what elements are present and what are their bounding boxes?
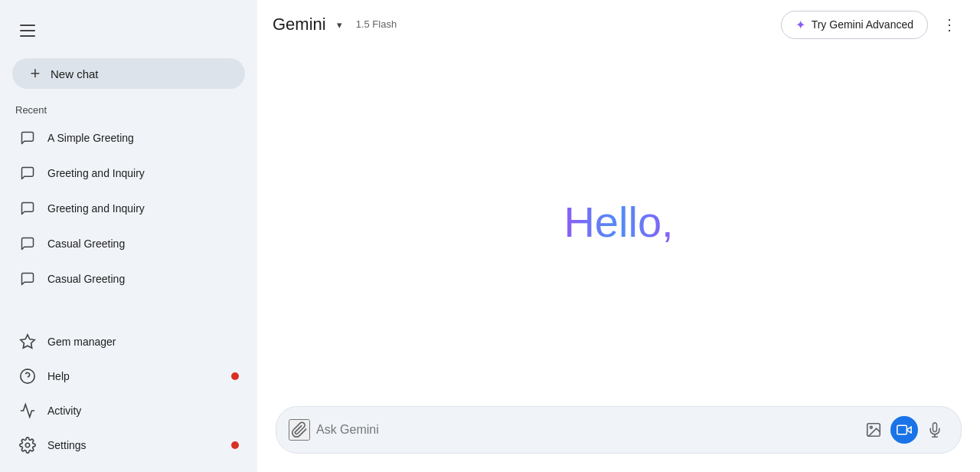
notification-badge	[231, 372, 239, 380]
chat-icon	[18, 199, 37, 218]
menu-button[interactable]	[12, 15, 43, 46]
camera-button[interactable]	[890, 416, 918, 444]
topbar-right: ✦ Try Gemini Advanced ⋮	[781, 9, 965, 40]
input-box	[276, 406, 962, 454]
sidebar-item-label: Settings	[47, 439, 87, 451]
sidebar-header	[0, 9, 257, 58]
list-item-label: Casual Greeting	[47, 273, 125, 285]
input-area	[257, 394, 980, 472]
sidebar-item-help[interactable]: Help	[6, 359, 251, 393]
list-item-label: Casual Greeting	[47, 238, 125, 250]
greeting-text: Hello,	[564, 197, 673, 247]
attach-button[interactable]	[289, 419, 310, 441]
app-name: Gemini	[273, 15, 326, 34]
plus-icon: +	[28, 66, 43, 81]
chat-icon	[18, 164, 37, 182]
sidebar-item-label: Activity	[47, 405, 81, 417]
list-item[interactable]: Casual Greeting	[6, 227, 251, 261]
svg-marker-0	[21, 335, 34, 348]
try-advanced-button[interactable]: ✦ Try Gemini Advanced	[781, 11, 928, 39]
list-item-label: Greeting and Inquiry	[47, 167, 145, 179]
sidebar: + New chat Recent A Simple Greeting Gree…	[0, 0, 257, 472]
ask-gemini-input[interactable]	[316, 423, 854, 437]
list-item[interactable]: A Simple Greeting	[6, 121, 251, 155]
notification-badge	[231, 441, 239, 449]
settings-icon	[18, 436, 37, 454]
main-content: Gemini ▾ 1.5 Flash ✦ Try Gemini Advanced…	[257, 0, 980, 472]
chat-icon	[18, 270, 37, 288]
input-right-icons	[860, 416, 949, 444]
gem-icon	[18, 333, 37, 351]
svg-point-3	[25, 443, 30, 447]
model-version-label: 1.5 Flash	[353, 18, 397, 30]
chat-icon	[18, 234, 37, 253]
sidebar-item-settings[interactable]: Settings	[6, 428, 251, 462]
spark-icon: ✦	[795, 18, 805, 32]
svg-point-1	[21, 369, 34, 383]
image-upload-button[interactable]	[860, 416, 887, 444]
sidebar-item-label: Help	[47, 370, 70, 382]
model-selector-button[interactable]: ▾	[331, 16, 348, 34]
hamburger-icon	[20, 25, 35, 37]
list-item[interactable]: Greeting and Inquiry	[6, 156, 251, 190]
help-icon	[18, 367, 37, 385]
more-options-button[interactable]: ⋮	[934, 9, 965, 40]
list-item-label: A Simple Greeting	[47, 132, 134, 144]
list-item[interactable]: Casual Greeting	[6, 262, 251, 296]
microphone-button[interactable]	[921, 416, 949, 444]
new-chat-button[interactable]: + New chat	[12, 58, 245, 89]
recent-section-label: Recent	[0, 95, 257, 120]
greeting-area: Hello,	[257, 49, 980, 394]
more-icon: ⋮	[942, 15, 957, 34]
gemini-title-area: Gemini ▾ 1.5 Flash	[273, 15, 397, 34]
chevron-down-icon: ▾	[337, 19, 342, 31]
sidebar-item-gem-manager[interactable]: Gem manager	[6, 325, 251, 359]
svg-point-5	[870, 426, 872, 428]
sidebar-item-label: Gem manager	[47, 336, 116, 348]
try-advanced-label: Try Gemini Advanced	[812, 18, 913, 31]
chat-icon	[18, 129, 37, 147]
sidebar-bottom: Gem manager Help Activity	[0, 324, 257, 463]
new-chat-label: New chat	[51, 67, 99, 80]
topbar: Gemini ▾ 1.5 Flash ✦ Try Gemini Advanced…	[257, 0, 980, 49]
sidebar-item-activity[interactable]: Activity	[6, 394, 251, 428]
svg-rect-6	[897, 425, 907, 434]
list-item[interactable]: Greeting and Inquiry	[6, 192, 251, 225]
list-item-label: Greeting and Inquiry	[47, 202, 145, 215]
activity-icon	[18, 402, 37, 420]
